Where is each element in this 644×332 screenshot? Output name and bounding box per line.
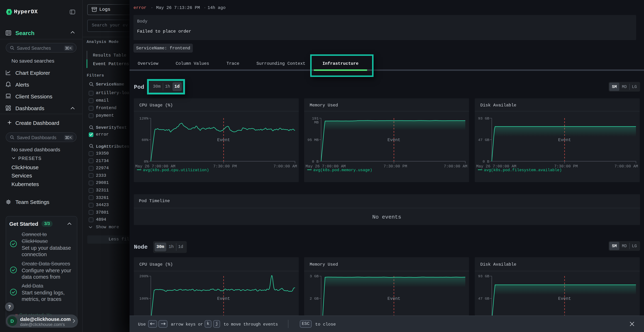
- svg-text:191: 191: [312, 116, 319, 120]
- svg-text:Memory Used: Memory Used: [310, 103, 338, 108]
- svg-text:60%: 60%: [142, 138, 148, 142]
- svg-text:7:00:00 AM: 7:00:00 AM: [614, 164, 638, 169]
- svg-text:47 GB: 47 GB: [478, 138, 489, 142]
- svg-text:Event: Event: [558, 138, 571, 142]
- svg-text:0%: 0%: [144, 160, 148, 164]
- svg-text:Disk Available: Disk Available: [480, 262, 516, 267]
- svg-text:Event: Event: [558, 296, 571, 301]
- svg-text:7:30:00 PM: 7:30:00 PM: [384, 164, 407, 169]
- svg-text:Event: Event: [217, 296, 230, 301]
- svg-text:0 B: 0 B: [312, 160, 319, 164]
- svg-text:200%: 200%: [139, 274, 148, 278]
- svg-text:CPU Usage (%): CPU Usage (%): [139, 103, 173, 108]
- svg-text:2 GB: 2 GB: [310, 297, 318, 301]
- svg-text:avg(k8s.pod.cpu.utilization): avg(k8s.pod.cpu.utilization): [143, 168, 209, 172]
- svg-text:7:00:00 AM: 7:00:00 AM: [444, 164, 468, 169]
- svg-text:Disk Available: Disk Available: [480, 103, 516, 108]
- svg-text:47 GB: 47 GB: [478, 297, 489, 301]
- svg-text:MB: MB: [314, 120, 318, 124]
- svg-text:7:00:00 AM: 7:00:00 AM: [273, 164, 297, 169]
- svg-text:avg(k8s.pod.memory.usage): avg(k8s.pod.memory.usage): [313, 168, 372, 172]
- svg-text:93 GB: 93 GB: [478, 116, 489, 120]
- svg-text:Event: Event: [388, 296, 400, 301]
- svg-text:120%: 120%: [139, 116, 148, 120]
- svg-text:93 GB: 93 GB: [478, 274, 489, 278]
- svg-text:Event: Event: [217, 138, 230, 142]
- svg-text:Memory Used: Memory Used: [310, 262, 338, 267]
- svg-text:0 B: 0 B: [482, 160, 489, 164]
- svg-text:7:30:00 PM: 7:30:00 PM: [213, 164, 237, 169]
- svg-text:100%: 100%: [139, 297, 148, 301]
- svg-text:3 GB: 3 GB: [310, 274, 318, 278]
- svg-text:avg(k8s.pod.filesystem.availab: avg(k8s.pod.filesystem.available): [484, 168, 562, 172]
- svg-text:CPU Usage (%): CPU Usage (%): [139, 262, 173, 267]
- svg-text:95 MB: 95 MB: [308, 138, 319, 142]
- svg-text:Event: Event: [388, 138, 400, 142]
